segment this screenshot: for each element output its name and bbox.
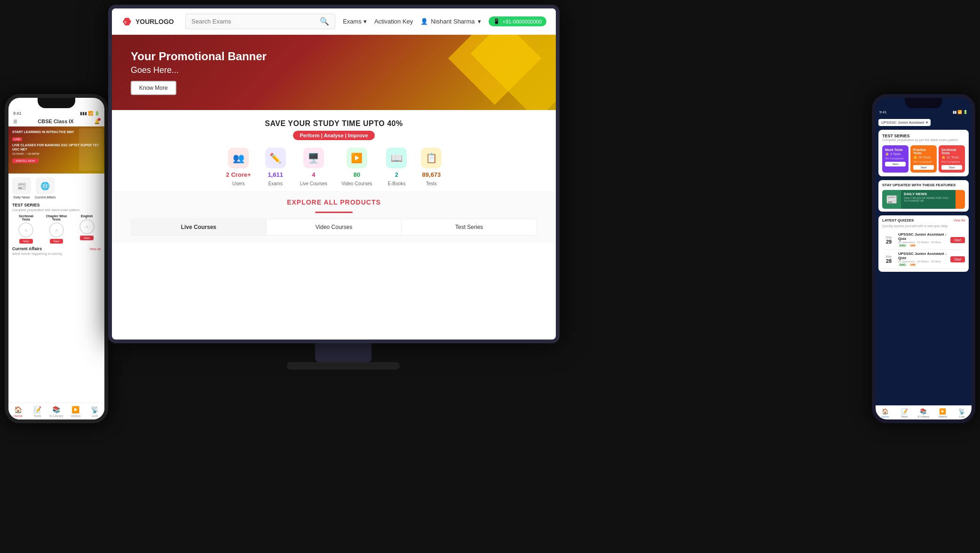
right-phone-notch	[905, 98, 942, 108]
explore-title: EXPLORE ALL PRODUCTS	[131, 198, 537, 206]
exams-nav-item[interactable]: Exams ▾	[343, 18, 367, 25]
banner-cta-btn[interactable]: Know More	[131, 81, 176, 95]
nav-tests[interactable]: 📝 Tests	[28, 406, 47, 418]
test-series-sub: Complete preparation with latest exam pa…	[8, 208, 104, 214]
right-test-series: TEST SERIES Complete preparation as per …	[878, 130, 969, 176]
ebooks-icon: 📖	[386, 148, 407, 168]
stat-users: 👥 2 Crore+ Users	[226, 148, 251, 186]
phone-number-btn[interactable]: 📱 +91-0000000000	[489, 16, 547, 26]
explore-tabs: Live Courses Video Courses Test Series	[131, 219, 537, 236]
practice-start-btn[interactable]: Start	[913, 165, 934, 170]
english-tests-card[interactable]: English ○ Start	[73, 214, 101, 244]
daily-news-img: 📰	[882, 190, 901, 209]
phone-enroll-btn[interactable]: ENROLL NOW	[12, 158, 39, 163]
sectional-start-btn[interactable]: Start	[941, 165, 962, 170]
right-nav-tests[interactable]: 📝 Tests	[895, 408, 914, 418]
stats-tagline: Perform | Analyse | Improve	[293, 131, 374, 140]
right-nav-home[interactable]: 🏠 Home	[876, 408, 895, 418]
quiz-item-1: May 29 UPSSSC Junior Assistant - Quiz 20…	[882, 230, 965, 250]
right-videos-icon: ▶️	[939, 408, 946, 415]
mock-tests-card[interactable]: Mock Tests ⭐ 4 Tests 0% Completed Start	[882, 145, 909, 173]
right-nav-videos[interactable]: ▶️ Videos	[933, 408, 952, 418]
left-phone: 9:41 ▮▮▮ 📶 🔋 ☰ CBSE Class IX 🔔 START LEA…	[5, 94, 108, 451]
stats-cards: 👥 2 Crore+ Users ✏️ 1,611 Exams 🖥️ 4 Liv…	[131, 148, 537, 186]
sectional-tests-card[interactable]: SectionalTests ○ Start	[12, 214, 40, 244]
tab-video-courses[interactable]: Video Courses	[267, 219, 402, 235]
stat-tests: 📋 89,673 Tests	[421, 148, 442, 186]
left-phone-banner: START LEARNING IN INTRACTIVE WAY LIVE LI…	[8, 126, 104, 174]
search-input[interactable]	[191, 18, 316, 25]
quiz-2-start-btn[interactable]: Start	[950, 256, 965, 262]
daily-news-card[interactable]: 📰 DAILY NEWS DAILY MCQS OF NEWS FOR YOU …	[882, 190, 965, 209]
tab-test-series[interactable]: Test Series	[402, 219, 537, 235]
search-bar[interactable]: 🔍	[185, 14, 335, 29]
elibrary-icon: 📚	[52, 406, 60, 413]
search-icon: 🔍	[320, 17, 329, 26]
stats-section: SAVE YOUR STUDY TIME UPTO 40% Perform | …	[112, 110, 556, 191]
monitor-stand	[315, 343, 371, 362]
explore-section: EXPLORE ALL PRODUCTS Live Courses Video …	[112, 191, 556, 243]
nav-home[interactable]: 🏠 Home	[8, 406, 28, 418]
stats-headline: SAVE YOUR STUDY TIME UPTO 40%	[131, 119, 537, 128]
tests-stat-icon: 📋	[421, 148, 442, 168]
daily-news-item[interactable]: 📰 Daily News	[12, 177, 31, 199]
nav-elibrary[interactable]: 📚 E-Library	[47, 406, 66, 418]
right-nav-elibrary[interactable]: 📚 E-Library	[914, 408, 933, 418]
website-content: Y YOURLOGO 🔍 Exams ▾ Activation Key 👤	[112, 8, 556, 340]
left-phone-class-title[interactable]: CBSE Class IX	[38, 118, 73, 124]
right-phone: 9:41 ▮▮ 📶 🔋 UPSSSC Junior Assistant ▾ TE…	[872, 94, 975, 451]
exams-icon: ✏️	[265, 148, 286, 168]
quiz-item-2: May 28 UPSSSC Junior Assistant - Quiz 20…	[882, 250, 965, 269]
right-phone-topbar: UPSSSC Junior Assistant ▾	[878, 119, 969, 126]
current-affairs-item[interactable]: 🌐 Current Affairs	[35, 177, 56, 199]
right-phone-bottom-nav: 🏠 Home 📝 Tests 📚 E-Library ▶️ Videos 📡	[876, 405, 972, 419]
monitor-base	[287, 362, 400, 370]
dropdown-chevron-icon: ▾	[926, 120, 928, 125]
stat-exams: ✏️ 1,611 Exams	[265, 148, 286, 186]
logo-text: YOURLOGO	[135, 18, 174, 25]
current-affairs-header: Current Affairs View all	[8, 244, 104, 252]
nav-right: Exams ▾ Activation Key 👤 Nishant Sharma …	[343, 16, 546, 26]
banner-decoration	[405, 35, 556, 110]
chevron-down-icon: ▾	[364, 18, 367, 25]
users-icon: 👥	[228, 148, 249, 168]
phone-statusbar: 9:41 ▮▮▮ 📶 🔋	[8, 108, 104, 117]
tests-icon: 📝	[33, 406, 41, 413]
right-nav-live[interactable]: 📡 Live	[952, 408, 972, 418]
right-phone-statusbar: 9:41 ▮▮ 📶 🔋	[876, 108, 972, 116]
monitor-wrapper: Y YOURLOGO 🔍 Exams ▾ Activation Key 👤	[108, 5, 578, 428]
mock-start-btn[interactable]: Start	[885, 162, 906, 166]
right-home-icon: 🏠	[882, 408, 889, 415]
user-avatar-icon: 👤	[420, 18, 428, 25]
left-phone-bottom-nav: 🏠 Home 📝 Tests 📚 E-Library ▶️ Videos 📡	[8, 403, 104, 419]
right-tests-icon: 📝	[901, 408, 908, 415]
exam-dropdown[interactable]: UPSSSC Junior Assistant ▾	[878, 119, 931, 126]
whatsapp-icon: 📱	[493, 18, 500, 24]
test-series-title: TEST SERIES	[8, 203, 104, 208]
right-elibrary-icon: 📚	[920, 408, 927, 415]
chapter-wise-tests-card[interactable]: Chapter WiseTests ○ Start	[43, 214, 71, 244]
logo-area: Y YOURLOGO	[121, 16, 178, 27]
video-courses-icon: ▶️	[347, 148, 367, 168]
videos-icon: ▶️	[71, 406, 79, 413]
quiz-1-start-btn[interactable]: Start	[950, 237, 965, 243]
left-phone-news-section: 📰 Daily News 🌐 Current Affairs	[8, 174, 104, 203]
user-profile-btn[interactable]: 👤 Nishant Sharma ▾	[420, 18, 481, 25]
activation-key-btn[interactable]: Activation Key	[374, 18, 413, 25]
banner-subtitle: Goes Here...	[131, 65, 267, 75]
quizzes-viewall-btn[interactable]: View All	[954, 219, 965, 222]
stay-updated-section: STAY UPDATED WITH THESE FEATURES 📰 DAILY…	[878, 180, 969, 212]
ca-viewall-btn[interactable]: View all	[89, 247, 101, 251]
sectional-tests-card-right[interactable]: Sectional Tests ⭐ 21 Tests 0% Completed …	[939, 145, 965, 173]
latest-quizzes-section: LATEST QUIZZES View All Quickly assess y…	[878, 215, 969, 272]
left-phone-topbar: ☰ CBSE Class IX 🔔	[8, 117, 104, 126]
tab-live-courses[interactable]: Live Courses	[131, 219, 267, 235]
left-phone-test-cards: SectionalTests ○ Start Chapter WiseTests…	[8, 214, 104, 244]
nav-videos[interactable]: ▶️ Videos	[66, 406, 85, 418]
home-icon: 🏠	[14, 406, 22, 413]
practice-tests-card[interactable]: Practice Tests ⭐ 34 Tests 0% Completed S…	[910, 145, 937, 173]
promotional-banner: Your Promotional Banner Goes Here... Kno…	[112, 35, 556, 110]
phone-notch	[38, 98, 75, 108]
right-live-icon: 📡	[958, 408, 965, 415]
nav-live[interactable]: 📡 Live	[85, 406, 104, 418]
